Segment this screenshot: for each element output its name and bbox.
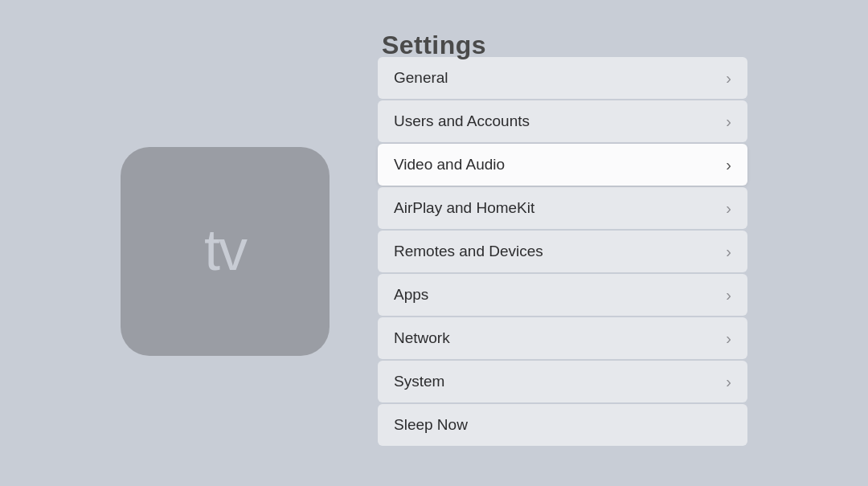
settings-item-video-and-audio[interactable]: Video and Audio › [378, 144, 747, 186]
chevron-right-icon: › [726, 200, 731, 216]
settings-item-general[interactable]: General › [378, 57, 747, 99]
chevron-right-icon: › [726, 330, 731, 346]
chevron-right-icon: › [726, 243, 731, 259]
main-content: tv General › Users and Accounts › Video … [0, 57, 868, 446]
settings-item-network[interactable]: Network › [378, 317, 747, 359]
settings-item-label: Remotes and Devices [394, 243, 543, 260]
settings-item-airplay-and-homekit[interactable]: AirPlay and HomeKit › [378, 187, 747, 229]
settings-item-label: AirPlay and HomeKit [394, 199, 534, 217]
settings-item-remotes-and-devices[interactable]: Remotes and Devices › [378, 231, 747, 272]
settings-list: General › Users and Accounts › Video and… [378, 57, 747, 446]
chevron-right-icon: › [726, 157, 731, 173]
chevron-right-icon: › [726, 70, 731, 86]
settings-item-label: Sleep Now [394, 416, 468, 434]
page-title: Settings [382, 31, 486, 60]
settings-item-label: Apps [394, 286, 428, 304]
tv-label: tv [204, 221, 246, 279]
settings-item-label: Video and Audio [394, 156, 505, 174]
apple-tv-device-icon: tv [121, 147, 330, 356]
settings-item-sleep-now[interactable]: Sleep Now [378, 404, 747, 446]
settings-item-users-and-accounts[interactable]: Users and Accounts › [378, 100, 747, 142]
settings-item-label: General [394, 69, 448, 87]
chevron-right-icon: › [726, 287, 731, 303]
settings-item-label: Network [394, 329, 450, 347]
chevron-right-icon: › [726, 374, 731, 390]
chevron-right-icon: › [726, 113, 731, 129]
settings-item-label: Users and Accounts [394, 112, 530, 130]
settings-item-label: System [394, 373, 444, 390]
settings-item-system[interactable]: System › [378, 361, 747, 402]
settings-item-apps[interactable]: Apps › [378, 274, 747, 316]
